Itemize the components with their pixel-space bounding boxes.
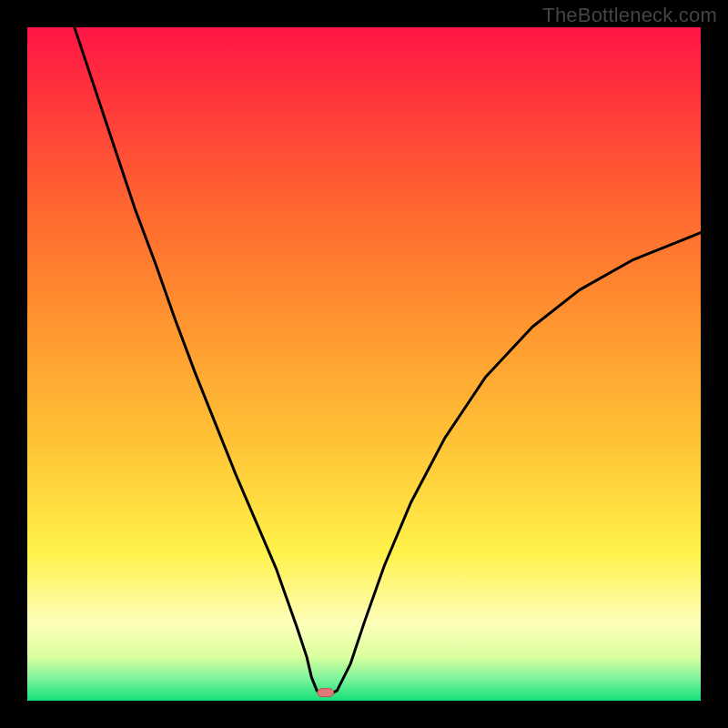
watermark-text: TheBottleneck.com [542,4,717,27]
chart-background [27,27,701,701]
chart-frame: TheBottleneck.com [0,0,728,728]
plot-area [27,27,701,701]
chart-svg [27,27,701,701]
minimum-marker [318,689,334,697]
